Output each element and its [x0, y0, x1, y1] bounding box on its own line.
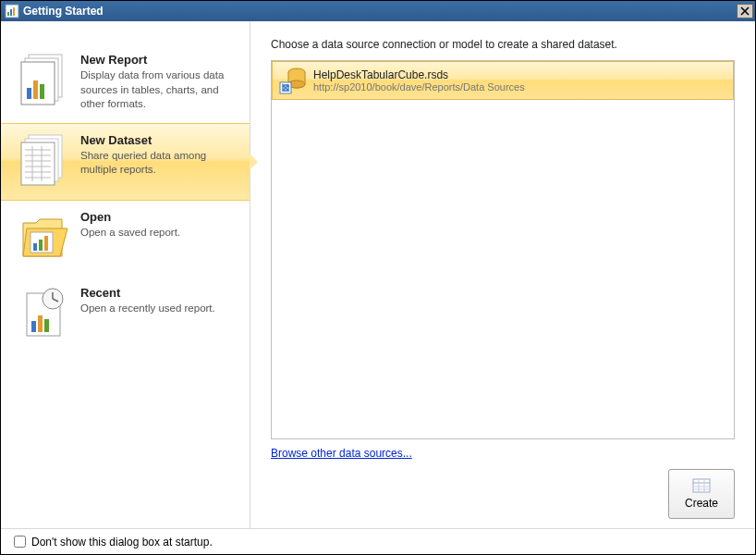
close-button[interactable]	[737, 4, 753, 18]
main-panel: Choose a data source connection or model…	[250, 21, 755, 528]
sidebar-item-desc: Open a recently used report.	[80, 302, 238, 316]
recent-icon	[18, 286, 73, 341]
create-button-label: Create	[685, 497, 718, 510]
sidebar-item-desc: Share queried data among multiple report…	[80, 149, 238, 178]
svg-rect-30	[44, 319, 49, 332]
sidebar-item-title: Open	[80, 210, 238, 224]
data-source-name: HelpDeskTabularCube.rsds	[313, 68, 727, 81]
create-button[interactable]: Create	[668, 469, 735, 519]
new-dataset-icon	[18, 133, 73, 189]
svg-rect-1	[7, 12, 9, 16]
button-row: Create	[271, 469, 735, 519]
sidebar-item-new-report[interactable]: New Report Display data from various dat…	[1, 43, 250, 123]
create-button-icon	[692, 478, 711, 493]
app-icon	[5, 4, 19, 18]
sidebar-item-recent[interactable]: Recent Open a recently used report.	[1, 277, 250, 352]
sidebar-item-desc: Display data from various data sources i…	[80, 68, 238, 112]
sidebar-item-title: New Dataset	[80, 133, 238, 147]
data-source-list[interactable]: HelpDeskTabularCube.rsds http://sp2010/b…	[271, 60, 735, 439]
sidebar-item-open[interactable]: Open Open a saved report.	[1, 201, 250, 277]
svg-rect-25	[39, 240, 43, 251]
svg-rect-11	[40, 84, 44, 99]
svg-rect-28	[31, 321, 36, 332]
svg-rect-29	[38, 315, 43, 332]
sidebar-item-desc: Open a saved report.	[80, 226, 238, 240]
startup-checkbox-label[interactable]: Don't show this dialog box at startup.	[14, 536, 213, 549]
sidebar: New Report Display data from various dat…	[1, 21, 250, 528]
sidebar-item-title: Recent	[80, 286, 238, 300]
svg-rect-3	[13, 7, 15, 16]
svg-rect-26	[44, 236, 48, 251]
main-heading: Choose a data source connection or model…	[271, 38, 735, 51]
content-area: New Report Display data from various dat…	[1, 21, 755, 528]
svg-rect-9	[27, 88, 31, 99]
sidebar-item-title: New Report	[80, 53, 238, 67]
window-title: Getting Started	[23, 5, 737, 18]
open-icon	[18, 210, 73, 265]
titlebar: Getting Started	[1, 1, 755, 21]
svg-rect-24	[33, 243, 37, 251]
svg-rect-10	[33, 80, 38, 99]
sidebar-item-new-dataset[interactable]: New Dataset Share queried data among mul…	[1, 123, 250, 201]
data-source-icon	[278, 66, 308, 95]
data-source-item[interactable]: HelpDeskTabularCube.rsds http://sp2010/b…	[272, 61, 734, 100]
footer: Don't show this dialog box at startup.	[1, 528, 755, 554]
svg-rect-37	[693, 479, 710, 492]
new-report-icon	[18, 53, 73, 112]
startup-checkbox-text: Don't show this dialog box at startup.	[31, 536, 213, 549]
browse-other-sources-link[interactable]: Browse other data sources...	[271, 447, 735, 460]
svg-rect-2	[10, 9, 12, 16]
data-source-path: http://sp2010/book/dave/Reports/Data Sou…	[313, 81, 727, 92]
svg-rect-14	[21, 142, 55, 185]
startup-checkbox[interactable]	[14, 536, 26, 548]
